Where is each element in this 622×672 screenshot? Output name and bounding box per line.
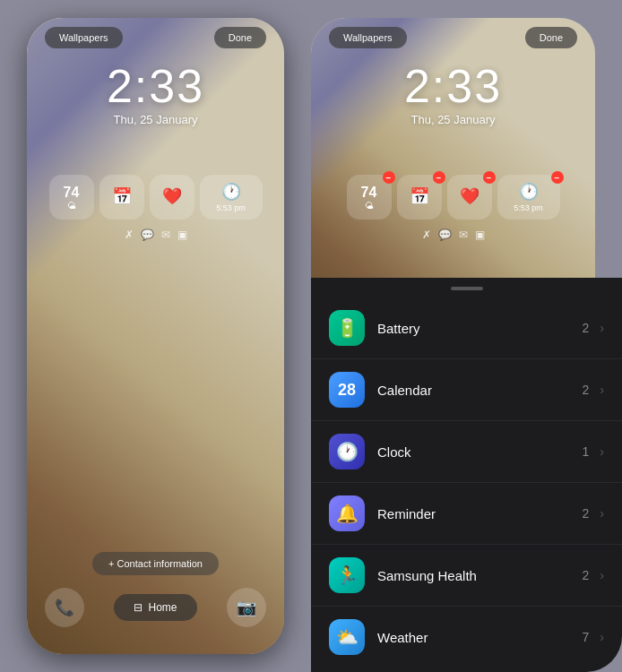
notif-cross-right: ✗	[422, 228, 431, 241]
calendar-icon: 28	[338, 381, 356, 400]
calendar-app-icon: 28	[329, 372, 365, 408]
delete-badge-clock[interactable]: −	[551, 171, 564, 184]
time-display-left: 2:33	[27, 63, 284, 109]
widgets-row-right: 74 🌤 − 📅 − ❤️ − 🕐 5:53 pm	[311, 175, 595, 220]
widget-health-right[interactable]: ❤️ −	[447, 175, 492, 220]
widget-clock-right[interactable]: 🕐 5:53 pm −	[497, 175, 560, 220]
clock-label: Clock	[377, 444, 583, 460]
done-button-left[interactable]: Done	[214, 27, 266, 48]
reminder-app-icon: 🔔	[329, 495, 365, 531]
notif-chat-left: 💬	[141, 228, 154, 241]
sheet-item-samsung-health[interactable]: 🏃 Samsung Health 2 ›	[311, 545, 622, 607]
top-bar-right: Wallpapers Done	[311, 27, 595, 48]
left-panel: Wallpapers Done 2:33 Thu, 25 January 74 …	[0, 0, 311, 672]
battery-label: Battery	[377, 321, 583, 336]
phone-button[interactable]: 📞	[45, 588, 84, 627]
samsung-health-count: 2	[583, 568, 590, 582]
samsung-health-app-icon: 🏃	[329, 557, 365, 593]
widget-clock-left[interactable]: 🕐 5:53 pm	[200, 175, 263, 220]
reminder-count: 2	[583, 506, 590, 521]
bottom-bar-left: + Contact information 📞 ⊟ Home 📷	[27, 552, 284, 627]
widgets-row-left: 74 🌤 📅 ❤️ 🕐 5:53 pm	[27, 175, 284, 220]
weather-count: 7	[583, 630, 590, 644]
notif-chat-right: 💬	[438, 228, 452, 241]
contact-info-button[interactable]: + Contact information	[92, 552, 219, 575]
widget-calendar-right[interactable]: 📅 −	[397, 175, 442, 220]
clock-count: 1	[583, 444, 590, 459]
camera-icon: 📷	[237, 598, 256, 617]
bottom-sheet: 🔋 Battery 2 › 28 Calendar 2 › 🕐 Clock 1 …	[311, 278, 622, 672]
delete-badge-calendar[interactable]: −	[433, 171, 445, 184]
calendar-label: Calendar	[377, 383, 583, 398]
lock-screen-left: 2:33 Thu, 25 January	[27, 63, 284, 126]
sheet-item-calendar[interactable]: 28 Calendar 2 ›	[311, 359, 622, 421]
sheet-item-reminder[interactable]: 🔔 Reminder 2 ›	[311, 483, 622, 545]
widget-weather-left[interactable]: 74 🌤	[49, 175, 94, 220]
notif-box-right: ▣	[475, 228, 485, 241]
widget-health-left[interactable]: ❤️	[150, 175, 194, 220]
clock-icon: 🕐	[336, 441, 359, 462]
calendar-chevron-icon[interactable]: ›	[600, 383, 604, 397]
camera-button[interactable]: 📷	[227, 588, 266, 627]
battery-icon: 🔋	[336, 317, 359, 339]
phone-icon: 📞	[55, 598, 74, 617]
reminder-icon: 🔔	[336, 503, 359, 524]
delete-badge-weather[interactable]: −	[383, 171, 395, 184]
weather-chevron-icon[interactable]: ›	[600, 630, 604, 644]
weather-app-icon: ⛅	[329, 619, 365, 655]
wallpapers-button-right[interactable]: Wallpapers	[329, 27, 407, 48]
notif-cross-left: ✗	[125, 228, 134, 241]
done-button-right[interactable]: Done	[525, 27, 577, 48]
notification-icons-left: ✗ 💬 ✉ ▣	[27, 228, 284, 241]
phone-mockup-left: Wallpapers Done 2:33 Thu, 25 January 74 …	[27, 18, 284, 654]
reminder-chevron-icon[interactable]: ›	[600, 506, 604, 521]
weather-icon: ⛅	[336, 626, 359, 648]
notif-box-left: ▣	[177, 228, 187, 241]
notification-icons-right: ✗ 💬 ✉ ▣	[311, 228, 595, 241]
delete-badge-health[interactable]: −	[483, 171, 496, 184]
battery-count: 2	[583, 321, 590, 335]
clock-chevron-icon[interactable]: ›	[600, 444, 604, 459]
date-display-left: Thu, 25 January	[27, 113, 284, 126]
top-bar-left: Wallpapers Done	[27, 27, 284, 48]
time-display-right: 2:33	[311, 63, 595, 109]
sheet-item-weather[interactable]: ⛅ Weather 7 ›	[311, 607, 622, 668]
home-icon: ⊟	[134, 601, 143, 614]
bottom-icons-row: 📞 ⊟ Home 📷	[27, 588, 284, 627]
lock-screen-right: 2:33 Thu, 25 January	[311, 63, 595, 126]
home-button[interactable]: ⊟ Home	[114, 594, 196, 621]
clock-app-icon: 🕐	[329, 434, 365, 470]
notif-mail-left: ✉	[161, 228, 170, 241]
widget-calendar-left[interactable]: 📅	[99, 175, 144, 220]
battery-app-icon: 🔋	[329, 310, 365, 346]
calendar-count: 2	[583, 383, 590, 397]
battery-chevron-icon[interactable]: ›	[600, 321, 604, 335]
sheet-handle	[451, 287, 483, 290]
weather-label: Weather	[377, 630, 583, 645]
samsung-health-icon: 🏃	[336, 564, 359, 586]
sheet-item-battery[interactable]: 🔋 Battery 2 ›	[311, 297, 622, 359]
reminder-label: Reminder	[377, 506, 583, 521]
sheet-item-clock[interactable]: 🕐 Clock 1 ›	[311, 421, 622, 483]
wallpapers-button-left[interactable]: Wallpapers	[45, 27, 123, 48]
notif-mail-right: ✉	[459, 228, 468, 241]
right-panel: Wallpapers Done 2:33 Thu, 25 January 74 …	[311, 0, 622, 672]
samsung-health-chevron-icon[interactable]: ›	[600, 568, 604, 582]
widget-weather-right[interactable]: 74 🌤 −	[347, 175, 392, 220]
date-display-right: Thu, 25 January	[311, 113, 595, 126]
samsung-health-label: Samsung Health	[377, 568, 583, 583]
